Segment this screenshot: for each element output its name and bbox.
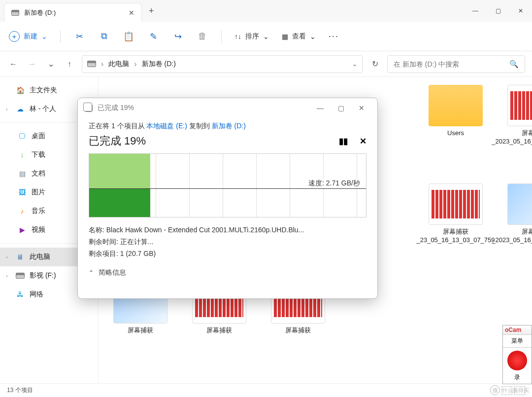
progress-text: 已完成 19% [89, 134, 146, 148]
refresh-button[interactable]: ↻ [368, 59, 381, 69]
nav-row: ← → ⌄ ↑ › 此电脑 › 新加卷 (D:) ⌄ ↻ 🔍 [0, 51, 532, 77]
file-label: 屏幕捕获_2023_05_16_12_50_13_705 [492, 129, 532, 146]
drive-icon [87, 61, 96, 67]
dialog-minimize-button[interactable]: — [311, 101, 329, 115]
search-icon[interactable]: 🔍 [509, 60, 519, 69]
separator [60, 30, 61, 43]
tab[interactable]: 新加卷 (D:) ✕ [4, 3, 142, 22]
dialog-titlebar[interactable]: 已完成 19% — ▢ ✕ [78, 98, 377, 118]
chevron-down-icon[interactable]: ⌄ [352, 61, 357, 68]
expand-icon[interactable]: › [6, 106, 11, 112]
maximize-button[interactable]: ▢ [487, 0, 509, 22]
more-button[interactable]: ··· [329, 31, 339, 41]
view-button[interactable]: ▦ 查看 ⌄ [282, 32, 316, 41]
toolbar: + 新建 ⌄ ✂ ⧉ 📋 ✎ ↪ 🗑 ↑↓ 排序 ⌄ ▦ 查看 ⌄ ··· [0, 22, 532, 51]
chevron-down-icon: ⌄ [310, 33, 316, 40]
copy-icon [85, 104, 93, 112]
file-label: 屏幕捕获_2023_05_16_13_08_04_574 [492, 228, 532, 245]
file-name-row: 名称: Black Hawk Down - Extended Cut 2001.… [89, 224, 366, 236]
plus-icon: + [9, 31, 20, 42]
cut-icon[interactable]: ✂ [73, 31, 85, 42]
file-label: 屏幕捕获 [206, 326, 232, 335]
paste-icon[interactable]: 📋 [123, 31, 134, 42]
titlebar: 新加卷 (D:) ✕ + — ▢ ✕ [0, 0, 532, 22]
sort-icon: ↑↓ [234, 33, 241, 40]
separator [221, 30, 222, 43]
up-button[interactable]: ↑ [63, 60, 76, 69]
breadcrumb-root[interactable]: 此电脑 [108, 60, 129, 69]
share-icon[interactable]: ↪ [172, 31, 184, 42]
remaining-time-row: 剩余时间: 正在计算... [89, 236, 366, 248]
dialog-title: 已完成 19% [98, 104, 134, 112]
record-button[interactable] [507, 351, 527, 370]
network-icon: 🖧 [16, 290, 25, 299]
search-input[interactable] [394, 60, 509, 68]
rename-icon[interactable]: ✎ [147, 31, 159, 42]
download-icon: ↓ [18, 150, 27, 159]
speed-chart: 速度: 2.71 GB/秒 [89, 153, 366, 217]
video-icon: ▶ [18, 225, 27, 234]
view-icon: ▦ [282, 33, 288, 40]
file-item[interactable]: 屏幕捕获_23_05_16_13_03_07_759 [424, 183, 488, 272]
details-toggle[interactable]: ⌃ 简略信息 [89, 268, 366, 277]
remaining-items-row: 剩余项目: 1 (20.7 GB) [89, 248, 366, 260]
drive-icon [11, 10, 19, 16]
recorder-window[interactable]: oCam 菜单 录 [502, 325, 532, 384]
desktop-icon: 🖵 [18, 132, 27, 141]
recorder-title: oCam [503, 325, 532, 335]
shot-icon [507, 85, 532, 126]
shot-icon [429, 183, 483, 225]
new-button[interactable]: + 新建 ⌄ [9, 31, 47, 42]
tab-title: 新加卷 (D:) [24, 8, 124, 17]
chevron-up-icon: ⌃ [89, 269, 94, 276]
file-label: 屏幕捕获 [128, 326, 153, 335]
drive-icon [16, 271, 25, 280]
record-label: 录 [503, 373, 532, 384]
copy-icon[interactable]: ⧉ [98, 31, 110, 41]
tab-close-icon[interactable]: ✕ [129, 9, 134, 17]
item-count: 13 个项目 [7, 386, 33, 395]
minimize-button[interactable]: — [464, 0, 487, 22]
file-label: 屏幕捕获 [285, 326, 311, 335]
copy-dialog: 已完成 19% — ▢ ✕ 正在将 1 个项目从 本地磁盘 (E:) 复制到 新… [77, 98, 378, 299]
breadcrumb-current[interactable]: 新加卷 (D:) [142, 60, 176, 69]
file-label: 屏幕捕获_23_05_16_13_03_07_759 [416, 228, 495, 245]
recorder-menu-button[interactable]: 菜单 [503, 335, 532, 348]
file-label: Users [447, 129, 464, 138]
music-icon: ♪ [18, 207, 27, 216]
dialog-close-button[interactable]: ✕ [353, 101, 370, 115]
file-item[interactable]: 屏幕捕获_2023_05_16_13_08_04_574 [502, 183, 532, 272]
cancel-button[interactable]: ✕ [360, 136, 366, 146]
speed-value: 2.71 GB/秒 [326, 179, 360, 187]
watermark: 值什么值得买 [490, 385, 529, 395]
expand-icon[interactable]: › [6, 254, 11, 260]
search-box[interactable]: 🔍 [387, 55, 525, 73]
home-icon: 🏠 [16, 86, 25, 95]
back-button[interactable]: ← [7, 60, 20, 69]
file-item[interactable]: 屏幕捕获_2023_05_16_12_50_13_705 [502, 85, 532, 174]
status-bar: 13 个项目 [0, 383, 532, 397]
sidebar-home[interactable]: 🏠主文件夹 [0, 81, 98, 100]
folder-icon [429, 85, 483, 126]
picture-icon: 🖼 [18, 188, 27, 197]
delete-icon[interactable]: 🗑 [197, 31, 208, 41]
chevron-down-icon: ⌄ [41, 33, 47, 40]
history-dropdown[interactable]: ⌄ [44, 59, 57, 69]
forward-button[interactable]: → [26, 60, 38, 69]
copy-description: 正在将 1 个项目从 本地磁盘 (E:) 复制到 新加卷 (D:) [89, 122, 366, 131]
destination-link[interactable]: 新加卷 (D:) [212, 122, 246, 130]
file-item[interactable]: Users [424, 85, 488, 174]
anime-icon [507, 183, 532, 225]
cloud-icon: ☁ [16, 105, 25, 113]
close-button[interactable]: ✕ [509, 0, 532, 22]
new-tab-button[interactable]: + [149, 6, 154, 16]
document-icon: ▤ [18, 169, 27, 178]
sort-button[interactable]: ↑↓ 排序 ⌄ [234, 32, 269, 41]
dialog-maximize-button[interactable]: ▢ [332, 101, 350, 115]
pc-icon: 🖥 [16, 253, 25, 261]
chevron-down-icon: ⌄ [263, 33, 269, 40]
breadcrumb[interactable]: › 此电脑 › 新加卷 (D:) ⌄ [82, 55, 363, 73]
pause-button[interactable]: ▮▮ [339, 136, 348, 146]
source-link[interactable]: 本地磁盘 (E:) [146, 122, 187, 130]
expand-icon[interactable]: › [6, 273, 11, 279]
